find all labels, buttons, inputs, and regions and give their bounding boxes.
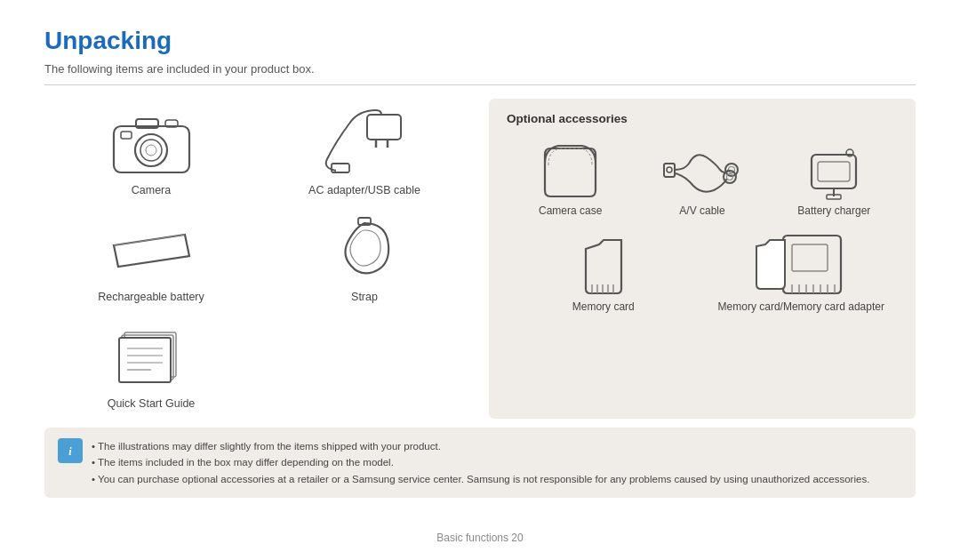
svg-rect-7	[367, 115, 401, 140]
note-line-1: • The illustrations may differ slightly …	[92, 438, 869, 454]
note-line-2: • The items included in the box may diff…	[92, 454, 869, 470]
av-cable-label: A/V cable	[679, 204, 724, 217]
ac-adapter-label: AC adapter/USB cable	[308, 184, 420, 196]
camera-case-icon	[531, 139, 611, 201]
memory-card-label: Memory card	[572, 300, 635, 313]
battery-charger-label: Battery charger	[797, 204, 870, 217]
main-content: Camera AC ada	[44, 99, 916, 419]
rechargeable-battery-icon	[102, 214, 200, 285]
svg-rect-15	[119, 338, 171, 382]
memory-card-icon	[564, 235, 644, 297]
svg-rect-27	[818, 162, 850, 181]
item-camera: Camera	[44, 99, 258, 205]
svg-point-21	[667, 167, 672, 172]
page-title: Unpacking	[44, 27, 916, 55]
svg-rect-30	[827, 195, 841, 199]
strap-icon	[316, 214, 413, 285]
opt-memory-card-adapter: Memory card/Memory card adapter	[705, 230, 899, 317]
svg-line-11	[114, 235, 185, 245]
optional-bottom-grid: Memory card	[507, 230, 898, 317]
item-quick-start-guide: Quick Start Guide	[44, 312, 258, 419]
optional-title: Optional accessories	[507, 112, 898, 125]
page-subtitle: The following items are included in your…	[44, 62, 916, 85]
camera-icon	[102, 108, 200, 179]
opt-memory-card: Memory card	[507, 230, 700, 317]
svg-point-2	[140, 140, 162, 161]
memory-card-adapter-label: Memory card/Memory card adapter	[718, 300, 884, 313]
quick-start-guide-icon	[102, 321, 200, 392]
item-ac-adapter: AC adapter/USB cable	[258, 99, 471, 205]
camera-case-label: Camera case	[539, 204, 602, 217]
battery-charger-icon	[794, 139, 874, 201]
note-icon: i	[58, 438, 83, 463]
ac-adapter-icon	[316, 108, 413, 179]
item-rechargeable-battery: Rechargeable battery	[44, 205, 258, 312]
note-box: i • The illustrations may differ slightl…	[44, 428, 916, 498]
opt-camera-case: Camera case	[507, 134, 634, 221]
quick-start-guide-label: Quick Start Guide	[108, 397, 196, 410]
included-items-grid: Camera AC ada	[44, 99, 471, 419]
optional-top-grid: Camera case	[507, 134, 898, 221]
page-container: Unpacking The following items are includ…	[0, 0, 960, 560]
svg-rect-5	[121, 132, 132, 139]
note-line-3: • You can purchase optional accessories …	[92, 471, 869, 487]
svg-point-25	[726, 173, 732, 180]
strap-label: Strap	[351, 291, 378, 303]
opt-av-cable: A/V cable	[638, 134, 765, 221]
rechargeable-battery-label: Rechargeable battery	[98, 291, 204, 303]
av-cable-icon	[662, 139, 742, 201]
note-text-container: • The illustrations may differ slightly …	[92, 438, 869, 487]
camera-label: Camera	[132, 184, 171, 196]
svg-rect-20	[664, 164, 675, 177]
opt-battery-charger: Battery charger	[771, 134, 898, 221]
svg-rect-36	[792, 244, 828, 271]
svg-point-3	[146, 145, 156, 156]
footer: Basic functions 20	[0, 532, 960, 544]
item-strap: Strap	[258, 205, 471, 312]
optional-panel: Optional accessories	[489, 99, 916, 419]
memory-card-adapter-icon	[761, 235, 841, 297]
